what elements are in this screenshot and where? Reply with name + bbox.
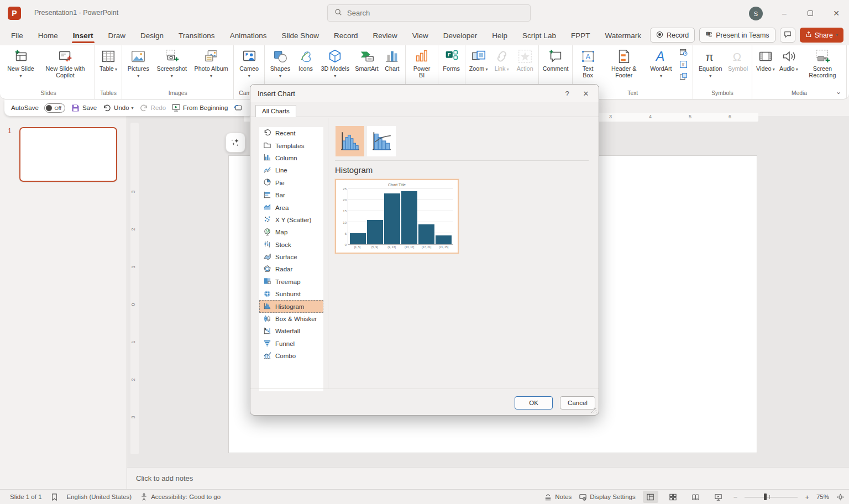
new-slide-button[interactable]: New Slide ▾ (4, 46, 38, 78)
chart-category-x-y-scatter[interactable]: X Y (Scatter) (259, 214, 323, 226)
search-input[interactable]: Search (327, 4, 531, 22)
video-button[interactable]: Video ▾ (754, 46, 777, 72)
tab-script-lab[interactable]: Script Lab (522, 28, 556, 44)
comments-pane-button[interactable] (780, 28, 795, 43)
chart-category-bar[interactable]: Bar (259, 189, 323, 201)
slide-sorter-view-button[interactable] (665, 491, 681, 503)
present-in-teams-button[interactable]: T Present in Teams (699, 28, 775, 43)
powerpoint-logo-icon[interactable]: P (8, 7, 21, 20)
dialog-title-bar[interactable]: Insert Chart ? ✕ (250, 85, 599, 102)
slide-thumbnail[interactable] (19, 127, 117, 182)
tab-draw[interactable]: Draw (108, 28, 126, 44)
language-button[interactable]: English (United States) (67, 494, 132, 500)
pictures-button[interactable]: Pictures ▾ (124, 46, 153, 78)
new-slide-with-copilot-button[interactable]: New Slide with Copilot (38, 46, 93, 78)
date-time-button[interactable] (677, 48, 690, 59)
chart-category-line[interactable]: Line (259, 164, 323, 176)
zoom-out-button[interactable]: − (733, 493, 738, 501)
chart-preview[interactable]: Chart Title 0510152025 [1, 5](5, 9](9, 1… (335, 179, 459, 254)
zoom-in-button[interactable]: + (805, 493, 809, 501)
tab-fppt[interactable]: FPPT (571, 28, 590, 44)
dialog-help-button[interactable]: ? (558, 86, 577, 101)
chart-category-stock[interactable]: Stock (259, 239, 323, 251)
audio-button[interactable]: Audio ▾ (777, 46, 800, 72)
notes-toggle-button[interactable]: Notes (544, 493, 572, 501)
designer-button[interactable] (226, 133, 245, 153)
chart-category-combo[interactable]: Combo (259, 350, 323, 362)
equation-button[interactable]: πEquation ▾ (695, 46, 726, 78)
screen-recording-button[interactable]: Screen Recording (800, 46, 845, 78)
chart-category-waterfall[interactable]: Waterfall (259, 325, 323, 337)
chart-category-surface[interactable]: Surface (259, 251, 323, 263)
save-button[interactable]: Save (71, 103, 97, 113)
undo-chevron-icon[interactable]: ▾ (132, 106, 134, 111)
tab-developer[interactable]: Developer (443, 28, 478, 44)
shapes-button[interactable]: Shapes ▾ (266, 46, 294, 78)
insert-object-button[interactable] (677, 72, 690, 83)
chart-category-sunburst[interactable]: Sunburst (259, 288, 323, 300)
share-button[interactable]: Share ▾ (800, 28, 843, 43)
ok-button[interactable]: OK (515, 396, 553, 410)
3d-models-button[interactable]: 3D Models ▾ (317, 46, 353, 78)
fit-slide-button[interactable] (836, 493, 845, 501)
spell-check-button[interactable] (50, 493, 59, 501)
variant-pareto-button[interactable] (367, 126, 396, 156)
chart-category-recent[interactable]: Recent (259, 127, 323, 139)
record-button[interactable]: Record (650, 28, 695, 43)
chart-category-funnel[interactable]: Funnel (259, 338, 323, 350)
cameo-button[interactable]: PCameo ▾ (235, 46, 263, 78)
smartart-button[interactable]: SmartArt (353, 46, 381, 72)
chart-category-area[interactable]: Area (259, 201, 323, 213)
collapse-ribbon-icon[interactable]: ⌄ (836, 88, 841, 96)
chart-button[interactable]: Chart (380, 46, 403, 72)
tab-home[interactable]: Home (38, 28, 58, 44)
autosave-toggle[interactable]: Off (44, 103, 65, 113)
screenshot-button[interactable]: Screenshot ▾ (153, 46, 191, 78)
tab-design[interactable]: Design (140, 28, 164, 44)
text-box-button[interactable]: AText Box (574, 46, 601, 78)
zoom-level[interactable]: 75% (816, 494, 829, 500)
chart-category-treemap[interactable]: Treemap (259, 276, 323, 288)
sync-button[interactable] (233, 103, 243, 113)
close-button[interactable]: ✕ (828, 6, 845, 21)
chart-category-templates[interactable]: Templates (259, 139, 323, 151)
tab-insert[interactable]: Insert (73, 28, 93, 44)
chart-category-radar[interactable]: Radar (259, 263, 323, 275)
resize-grip[interactable] (591, 407, 597, 413)
tab-help[interactable]: Help (492, 28, 507, 44)
variant-histogram-button[interactable] (336, 126, 364, 156)
icons-button[interactable]: Icons (294, 46, 317, 72)
forms-button[interactable]: FForms (440, 46, 463, 72)
reading-view-button[interactable] (688, 491, 704, 503)
tab-slide-show[interactable]: Slide Show (281, 28, 319, 44)
account-avatar[interactable]: S (749, 7, 763, 20)
accessibility-button[interactable]: Accessibility: Good to go (140, 493, 221, 501)
chart-category-column[interactable]: Column (259, 152, 323, 164)
zoom-button[interactable]: Zoom ▾ (467, 46, 490, 72)
zoom-slider[interactable] (745, 493, 798, 501)
tab-view[interactable]: View (412, 28, 428, 44)
table-button[interactable]: Table ▾ (97, 46, 120, 72)
chart-category-map[interactable]: Map (259, 226, 323, 238)
notes-pane[interactable]: Click to add notes (127, 467, 849, 489)
normal-view-button[interactable] (643, 491, 658, 503)
chart-category-box-whisker[interactable]: Box & Whisker (259, 313, 323, 325)
dialog-close-button[interactable]: ✕ (577, 86, 595, 101)
tab-review[interactable]: Review (373, 28, 397, 44)
undo-button[interactable]: Undo ▾ (102, 103, 134, 113)
header-footer-button[interactable]: Header & Footer (601, 46, 647, 78)
tab-animations[interactable]: Animations (230, 28, 267, 44)
tab-file[interactable]: File (11, 28, 23, 44)
chart-category-pie[interactable]: Pie (259, 177, 323, 189)
chart-category-histogram[interactable]: Histogram (259, 300, 323, 312)
tab-watermark[interactable]: Watermark (605, 28, 641, 44)
wordart-button[interactable]: AWordArt ▾ (647, 46, 675, 78)
slide-number-button[interactable]: # (677, 60, 690, 71)
all-charts-tab[interactable]: All Charts (255, 105, 296, 117)
cancel-button[interactable]: Cancel (560, 396, 595, 410)
slideshow-view-button[interactable] (711, 491, 726, 503)
minimize-button[interactable]: – (776, 6, 793, 21)
power-bi-button[interactable]: Power BI (407, 46, 436, 78)
from-beginning-button[interactable]: From Beginning (171, 103, 228, 113)
zoom-slider-handle[interactable] (764, 494, 767, 500)
